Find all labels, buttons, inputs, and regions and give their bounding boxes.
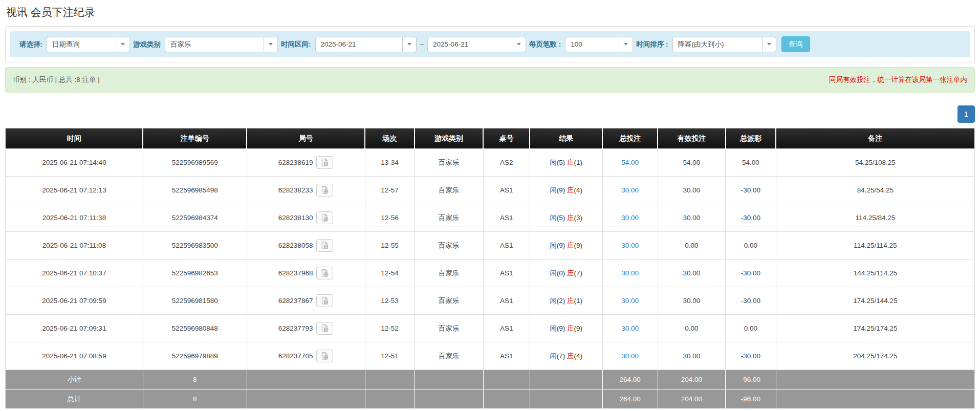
cell-remark: 54.25/108.25 xyxy=(776,149,974,177)
total-bet-link[interactable]: 30.00 xyxy=(621,269,639,277)
column-header: 总派彩 xyxy=(726,128,776,149)
subtotal-row-label: 小计 xyxy=(6,370,143,390)
column-header: 备注 xyxy=(776,128,974,149)
subtotal-row-total-bet: 264.00 xyxy=(602,370,658,390)
chevron-down-icon xyxy=(619,37,633,52)
total-row-empty-cell xyxy=(415,390,483,409)
cell-total-bet: 30.00 xyxy=(602,177,658,204)
cell-result: 闲(7) 庄(4) xyxy=(530,342,602,370)
cell-valid-bet: 0.00 xyxy=(658,232,726,259)
cell-table-no: AS1 xyxy=(483,287,530,315)
total-bet-link[interactable]: 30.00 xyxy=(621,297,639,305)
cell-remark: 114.25/84.25 xyxy=(776,204,974,232)
records-table: 时间注单编号局号场次游戏类别桌号结果总投注有效投注总派彩备注 2025-06-2… xyxy=(5,128,975,409)
cell-time: 2025-06-21 07:09:59 xyxy=(6,287,143,315)
search-button[interactable]: 查询 xyxy=(781,36,810,52)
cell-time: 2025-06-21 07:14:40 xyxy=(6,149,143,177)
query-type-label: 请选择: xyxy=(19,40,42,49)
column-header: 时间 xyxy=(6,128,143,149)
filter-panel: 请选择: 日期查询 游戏类别 百家乐 时间区间: 2025-06-21 ~ 20… xyxy=(5,26,975,62)
cell-table-no: AS1 xyxy=(483,177,530,204)
subtotal-row-valid-bet: 204.00 xyxy=(658,370,726,390)
total-bet-link[interactable]: 30.00 xyxy=(621,214,639,222)
video-replay-button[interactable] xyxy=(316,350,333,362)
cell-valid-bet: 30.00 xyxy=(658,204,726,232)
cell-total-bet: 54.00 xyxy=(602,149,658,177)
cell-session: 12-51 xyxy=(365,342,415,370)
total-bet-link[interactable]: 30.00 xyxy=(621,186,639,194)
cell-game-type: 百家乐 xyxy=(415,204,483,232)
subtotal-row-empty-cell xyxy=(483,370,530,390)
query-type-select[interactable]: 日期查询 xyxy=(47,37,130,52)
sort-order-select[interactable]: 降幂(由大到小) xyxy=(672,37,776,52)
cell-payout: -30.00 xyxy=(726,204,776,232)
video-replay-button[interactable] xyxy=(316,239,333,252)
date-range-separator: ~ xyxy=(420,40,424,48)
cell-valid-bet: 30.00 xyxy=(658,287,726,315)
chevron-down-icon xyxy=(512,37,526,52)
cell-bet-id: 522596981580 xyxy=(143,287,247,315)
query-type-value: 日期查询 xyxy=(47,40,85,49)
cell-valid-bet: 0.00 xyxy=(658,315,726,342)
page-title: 视讯 会员下注纪录 xyxy=(6,5,975,19)
video-file-icon xyxy=(320,296,330,305)
cell-valid-bet: 30.00 xyxy=(658,342,726,370)
video-replay-button[interactable] xyxy=(316,294,333,307)
page-size-label: 每页笔数 : xyxy=(529,40,561,49)
cell-bet-id: 522596984374 xyxy=(143,204,247,232)
table-row: 2025-06-21 07:14:40522596989569628238619… xyxy=(6,149,975,177)
cell-total-bet: 30.00 xyxy=(602,232,658,259)
cell-total-bet: 30.00 xyxy=(602,259,658,287)
total-bet-link[interactable]: 30.00 xyxy=(621,352,639,360)
date-from-select[interactable]: 2025-06-21 xyxy=(315,37,417,52)
video-replay-button[interactable] xyxy=(316,156,333,169)
table-row: 2025-06-21 07:12:13522596985498628238233… xyxy=(6,177,975,204)
total-row-empty-cell xyxy=(365,390,415,409)
cell-payout: 0.00 xyxy=(726,232,776,259)
time-range-label: 时间区间: xyxy=(281,40,311,49)
cell-round-id: 628238233 xyxy=(247,177,365,204)
page-1-button[interactable]: 1 xyxy=(957,105,975,123)
total-bet-link[interactable]: 30.00 xyxy=(621,242,639,249)
column-header: 注单编号 xyxy=(143,128,247,149)
cell-valid-bet: 30.00 xyxy=(658,177,726,204)
cell-time: 2025-06-21 07:10:37 xyxy=(6,259,143,287)
result-banker-label: 庄 xyxy=(567,214,574,222)
page-size-select[interactable]: 100 xyxy=(565,37,633,52)
video-replay-button[interactable] xyxy=(316,267,333,279)
cell-result: 闲(9) 庄(9) xyxy=(530,232,602,259)
betting-records-page: 视讯 会员下注纪录 请选择: 日期查询 游戏类别 百家乐 时间区间: 2025-… xyxy=(0,0,980,409)
valid-bet-notice-text: 同局有效投注，统一计算在该局第一张注单内 xyxy=(829,75,967,84)
video-replay-button[interactable] xyxy=(316,184,333,197)
cell-result: 闲(0) 庄(7) xyxy=(530,259,602,287)
cell-game-type: 百家乐 xyxy=(415,315,483,342)
cell-valid-bet: 54.00 xyxy=(658,149,726,177)
sort-order-value: 降幂(由大到小) xyxy=(673,40,729,49)
total-bet-link[interactable]: 30.00 xyxy=(621,325,639,332)
total-row-empty-cell xyxy=(776,390,974,409)
cell-result: 闲(5) 庄(3) xyxy=(530,204,602,232)
video-replay-button[interactable] xyxy=(316,322,333,335)
cell-time: 2025-06-21 07:11:38 xyxy=(6,204,143,232)
total-row-empty-cell xyxy=(247,390,365,409)
cell-bet-id: 522596983500 xyxy=(143,232,247,259)
cell-game-type: 百家乐 xyxy=(415,259,483,287)
game-type-label: 游戏类别 xyxy=(133,40,161,49)
subtotal-row: 小计8264.00204.00-96.00 xyxy=(6,370,975,390)
cell-session: 12-53 xyxy=(365,287,415,315)
cell-remark: 114.25/114.25 xyxy=(776,232,974,259)
page-size-value: 100 xyxy=(565,40,587,48)
total-bet-link[interactable]: 54.00 xyxy=(621,159,639,166)
result-banker-label: 庄 xyxy=(567,325,574,332)
round-id-text: 628238058 xyxy=(278,242,313,249)
date-to-select[interactable]: 2025-06-21 xyxy=(427,37,526,52)
table-row: 2025-06-21 07:08:59522596979889628237705… xyxy=(6,342,975,370)
result-banker-score: (3) xyxy=(574,214,583,222)
game-type-select[interactable]: 百家乐 xyxy=(165,37,278,52)
video-replay-button[interactable] xyxy=(316,211,333,224)
result-banker-score: (4) xyxy=(574,186,583,194)
result-banker-score: (9) xyxy=(574,325,583,332)
subtotal-row-count: 8 xyxy=(143,370,247,390)
cell-bet-id: 522596980848 xyxy=(143,315,247,342)
cell-payout: -30.00 xyxy=(726,287,776,315)
